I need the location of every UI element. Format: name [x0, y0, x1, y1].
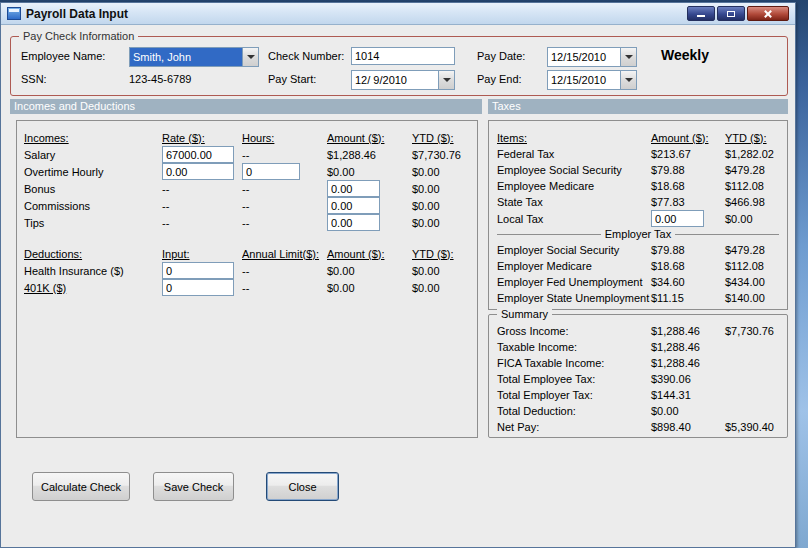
summary-amount: $390.06 [651, 373, 725, 385]
pay-start-dropdown-button[interactable] [438, 71, 454, 89]
income-ytd: $0.00 [412, 166, 477, 178]
tax-row-employee-medicare: Employee Medicare $18.68 $112.08 [489, 178, 787, 194]
ytd-column-header: YTD ($): [725, 132, 787, 144]
title-bar[interactable]: Payroll Data Input [1, 3, 795, 25]
deduction-limit: -- [242, 265, 327, 277]
calculate-check-button[interactable]: Calculate Check [32, 472, 130, 501]
pay-date-dropdown-button[interactable] [620, 48, 636, 66]
pay-end-value: 12/15/2010 [548, 71, 620, 89]
income-row-overtime: Overtime Hourly $0.00 $0.00 [17, 163, 477, 180]
deduction-row-health-insurance: Health Insurance ($) -- $0.00 $0.00 [17, 262, 477, 279]
summary-row-total-employer-tax: Total Employer Tax: $144.31 [489, 387, 787, 403]
employee-name-value: Smith, John [130, 48, 242, 66]
close-check-button[interactable]: Close [266, 472, 339, 501]
tax-amount: $34.60 [651, 276, 725, 288]
tax-header-row: Items: Amount ($): YTD ($): [489, 129, 787, 146]
tax-label: Employee Social Security [497, 164, 651, 176]
summary-amount: $0.00 [651, 405, 725, 417]
local-tax-input[interactable] [651, 210, 704, 227]
401k-input[interactable] [162, 279, 234, 296]
hours-column-header: Hours: [242, 132, 327, 144]
income-ytd: $7,730.76 [412, 149, 477, 161]
check-number-input[interactable] [351, 47, 455, 65]
tax-ytd: $112.08 [725, 260, 787, 272]
summary-label: Total Deduction: [497, 405, 651, 417]
items-column-header: Items: [497, 132, 651, 144]
tax-label: Employer Social Security [497, 244, 651, 256]
income-hours: -- [242, 217, 327, 229]
ssn-label: SSN: [21, 73, 47, 85]
summary-row-taxable-income: Taxable Income: $1,288.46 [489, 339, 787, 355]
summary-ytd: $7,730.76 [725, 325, 787, 337]
pay-end-label: Pay End: [477, 73, 522, 85]
overtime-hours-input[interactable] [242, 163, 300, 180]
chevron-down-icon [247, 55, 255, 59]
deduction-amount: $0.00 [327, 282, 412, 294]
summary-ytd: $5,390.40 [725, 421, 787, 433]
deduction-ytd: $0.00 [412, 265, 477, 277]
deduction-header-row: Deductions: Input: Annual Limit($): Amou… [17, 245, 477, 262]
deduction-401k-link[interactable]: 401K ($) [24, 282, 162, 294]
summary-amount: $1,288.46 [651, 341, 725, 353]
summary-row-gross-income: Gross Income: $1,288.46 $7,730.76 [489, 323, 787, 339]
pay-date-picker[interactable]: 12/15/2010 [547, 47, 637, 67]
income-ytd: $0.00 [412, 183, 477, 195]
taxes-panel: Items: Amount ($): YTD ($): Federal Tax … [488, 120, 788, 310]
chevron-down-icon [625, 55, 633, 59]
pay-end-picker[interactable]: 12/15/2010 [547, 70, 637, 90]
employer-tax-subheader: Employer Tax [489, 226, 787, 242]
tips-amount-input[interactable] [327, 214, 380, 231]
maximize-button[interactable] [717, 6, 745, 21]
tax-amount: $79.88 [651, 244, 725, 256]
tax-label: Local Tax [497, 213, 651, 225]
amount-column-header: Amount ($): [327, 248, 412, 260]
spacer [17, 231, 477, 245]
summary-label: Gross Income: [497, 325, 651, 337]
employee-name-label: Employee Name: [21, 50, 105, 62]
pay-date-value: 12/15/2010 [548, 48, 620, 66]
income-label: Salary [24, 149, 162, 161]
pay-start-picker[interactable]: 12/ 9/2010 [351, 70, 455, 90]
tax-ytd: $434.00 [725, 276, 787, 288]
deduction-row-401k: 401K ($) -- $0.00 $0.00 [17, 279, 477, 296]
income-label: Bonus [24, 183, 162, 195]
ytd-column-header: YTD ($): [412, 248, 477, 260]
income-rate: -- [162, 200, 242, 212]
income-row-salary: Salary -- $1,288.46 $7,730.76 [17, 146, 477, 163]
income-label: Tips [24, 217, 162, 229]
overtime-rate-input[interactable] [162, 163, 234, 180]
tax-ytd: $140.00 [725, 292, 787, 304]
tax-amount: $18.68 [651, 180, 725, 192]
summary-group: Summary Gross Income: $1,288.46 $7,730.7… [488, 314, 788, 438]
chevron-down-icon [625, 78, 633, 82]
close-button[interactable] [747, 6, 789, 21]
income-amount: $0.00 [327, 166, 412, 178]
amount-column-header: Amount ($): [651, 132, 725, 144]
commissions-amount-input[interactable] [327, 197, 380, 214]
income-row-bonus: Bonus -- -- $0.00 [17, 180, 477, 197]
pay-end-dropdown-button[interactable] [620, 71, 636, 89]
deduction-limit: -- [242, 282, 327, 294]
summary-row-net-pay: Net Pay: $898.40 $5,390.40 [489, 419, 787, 435]
window-title: Payroll Data Input [26, 7, 128, 21]
tax-row-employer-state-unemployment: Employer State Unemployment $11.15 $140.… [489, 290, 787, 306]
chevron-down-icon [443, 78, 451, 82]
income-amount: $1,288.46 [327, 149, 412, 161]
salary-rate-input[interactable] [162, 146, 234, 163]
employee-name-combobox[interactable]: Smith, John [129, 47, 259, 67]
income-header-row: Incomes: Rate ($): Hours: Amount ($): YT… [17, 129, 477, 146]
income-rate: -- [162, 183, 242, 195]
tax-label: Employer State Unemployment [497, 292, 651, 304]
minimize-button[interactable] [687, 6, 715, 21]
tax-row-employer-fed-unemployment: Employer Fed Unemployment $34.60 $434.00 [489, 274, 787, 290]
health-insurance-input[interactable] [162, 262, 234, 279]
amount-column-header: Amount ($): [327, 132, 412, 144]
incomes-deductions-section-header: Incomes and Deductions [10, 99, 482, 114]
tax-amount: $18.68 [651, 260, 725, 272]
tax-ytd: $112.08 [725, 180, 787, 192]
employee-name-dropdown-button[interactable] [242, 48, 258, 66]
save-check-button[interactable]: Save Check [153, 472, 234, 501]
ytd-column-header: YTD ($): [412, 132, 477, 144]
tax-label: Federal Tax [497, 148, 651, 160]
bonus-amount-input[interactable] [327, 180, 380, 197]
